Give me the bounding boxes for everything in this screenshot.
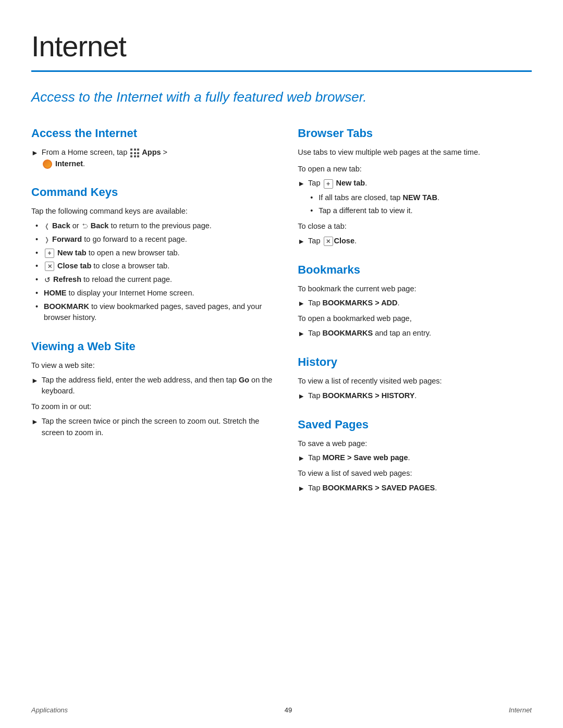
arrow-icon-sp1: ► <box>298 453 305 464</box>
command-keys-list: ❬ Back or ⮌ Back to return to the previo… <box>31 220 277 324</box>
close-x-icon: ✕ <box>45 262 54 271</box>
more-save-label: MORE > Save web page <box>323 453 408 462</box>
right-column: Browser Tabs Use tabs to view multiple w… <box>298 125 532 509</box>
history-step-text: Tap BOOKMARKS > HISTORY. <box>308 390 532 402</box>
browser-tabs-heading: Browser Tabs <box>298 125 532 142</box>
browser-tabs-context2: To close a tab: <box>298 221 532 232</box>
bookmarks-context1: To bookmark the current web page: <box>298 283 532 295</box>
new-tab-label: New tab <box>336 179 365 187</box>
saved-pages-heading: Saved Pages <box>298 416 532 433</box>
saved-pages-step1-text: Tap MORE > Save web page. <box>308 452 532 464</box>
arrow-icon-bm2: ► <box>298 328 305 339</box>
cmd-refresh: ↺ Refresh to reload the current page. <box>35 274 277 286</box>
new-tab-caps: NEW TAB <box>402 193 437 202</box>
back-arrow-label: Back <box>91 221 109 230</box>
arrow-icon-view2: ► <box>31 416 39 427</box>
cmd-bookmark: BOOKMARK to view bookmarked pages, saved… <box>35 301 277 324</box>
apps-icon <box>130 148 139 157</box>
close-tab-icon: ✕ <box>324 237 333 246</box>
bookmarks-label2: BOOKMARKS <box>323 329 373 337</box>
two-column-layout: Access the Internet ► From a Home screen… <box>31 125 532 509</box>
browser-tabs-step1-text: Tap + New tab. <box>308 178 532 189</box>
access-step: ► From a Home screen, tap Apps > <box>31 147 277 170</box>
arrow-icon-sp2: ► <box>298 483 305 494</box>
back-label: Back <box>52 221 70 230</box>
cmd-home: HOME to display your Internet Home scree… <box>35 288 277 299</box>
history-heading: History <box>298 354 532 371</box>
apps-label: Apps <box>142 148 161 156</box>
plus-icon: + <box>45 249 54 258</box>
command-keys-section: Command Keys Tap the following command k… <box>31 184 277 324</box>
arrow-icon-view1: ► <box>31 375 39 386</box>
bookmarks-step2: ► Tap BOOKMARKS and tap an entry. <box>298 328 532 339</box>
access-heading: Access the Internet <box>31 125 277 142</box>
command-keys-intro: Tap the following command keys are avail… <box>31 206 277 217</box>
forward-chevron-icon: ❭ <box>44 235 50 244</box>
footer: Applications 49 Internet <box>0 706 563 715</box>
viewing-heading: Viewing a Web Site <box>31 338 277 355</box>
bookmark-label: BOOKMARK <box>44 302 89 311</box>
arrow-icon-tab2: ► <box>298 236 305 247</box>
browser-tabs-sublist: If all tabs are closed, tap NEW TAB. Tap… <box>298 192 532 217</box>
refresh-label: Refresh <box>53 275 81 283</box>
saved-pages-context2: To view a list of saved web pages: <box>298 468 532 479</box>
browser-tabs-context1: To open a new tab: <box>298 164 532 175</box>
arrow-icon-tab1: ► <box>298 178 305 189</box>
cmd-back: ❬ Back or ⮌ Back to return to the previo… <box>35 220 277 232</box>
saved-pages-section: Saved Pages To save a web page: ► Tap MO… <box>298 416 532 494</box>
footer-page: 49 <box>285 706 292 715</box>
bookmarks-section: Bookmarks To bookmark the current web pa… <box>298 262 532 339</box>
viewing-section: Viewing a Web Site To view a web site: ►… <box>31 338 277 438</box>
refresh-icon: ↺ <box>44 275 51 286</box>
internet-label: Internet <box>55 159 83 168</box>
subtab-item-2: Tap a different tab to view it. <box>310 205 532 217</box>
browser-tabs-step2: ► Tap ✕Close. <box>298 236 532 247</box>
arrow-icon-hist: ► <box>298 391 305 402</box>
browser-tabs-intro: Use tabs to view multiple web pages at t… <box>298 147 532 158</box>
plus-tab-icon: + <box>324 179 333 189</box>
saved-pages-step2: ► Tap BOOKMARKS > SAVED PAGES. <box>298 483 532 494</box>
saved-pages-context1: To save a web page: <box>298 438 532 450</box>
back-arrow-icon: ⮌ <box>82 221 88 231</box>
arrow-icon-bm1: ► <box>298 298 305 309</box>
browser-tabs-section: Browser Tabs Use tabs to view multiple w… <box>298 125 532 247</box>
internet-icon <box>43 159 52 169</box>
viewing-step1-text: Tap the address field, enter the web add… <box>42 375 277 398</box>
access-step-text: From a Home screen, tap Apps > Internet. <box>42 147 277 170</box>
title-divider <box>31 70 532 72</box>
footer-left: Applications <box>31 706 68 715</box>
access-section: Access the Internet ► From a Home screen… <box>31 125 277 169</box>
bookmarks-saved-label: BOOKMARKS > SAVED PAGES <box>323 484 435 492</box>
viewing-step2-text: Tap the screen twice or pinch the screen… <box>42 416 277 439</box>
subtab-item-1: If all tabs are closed, tap NEW TAB. <box>310 192 532 204</box>
cmd-forward: ❭ Forward to go forward to a recent page… <box>35 234 277 245</box>
saved-pages-step1: ► Tap MORE > Save web page. <box>298 452 532 464</box>
history-context: To view a list of recently visited web p… <box>298 376 532 387</box>
apps-dots <box>130 149 140 158</box>
bookmarks-step1-text: Tap BOOKMARKS > ADD. <box>308 298 532 309</box>
newtab-label: New tab <box>57 249 87 257</box>
bookmarks-context2: To open a bookmarked web page, <box>298 313 532 325</box>
history-step: ► Tap BOOKMARKS > HISTORY. <box>298 390 532 402</box>
footer-right: Internet <box>509 706 532 715</box>
viewing-context1: To view a web site: <box>31 360 277 372</box>
cmd-newtab: + New tab to open a new browser tab. <box>35 248 277 259</box>
arrow-icon: ► <box>31 147 39 158</box>
go-label: Go <box>239 376 249 384</box>
history-section: History To view a list of recently visit… <box>298 354 532 402</box>
close-label: Close <box>334 237 355 245</box>
bookmarks-step1: ► Tap BOOKMARKS > ADD. <box>298 298 532 309</box>
history-label: BOOKMARKS > HISTORY <box>323 391 415 400</box>
back-chevron-icon: ❬ <box>44 221 50 231</box>
bookmarks-heading: Bookmarks <box>298 262 532 278</box>
cmd-closetab: ✕ Close tab to close a browser tab. <box>35 261 277 272</box>
home-label: HOME <box>44 289 67 297</box>
bookmarks-add-label: BOOKMARKS > ADD <box>323 299 398 307</box>
viewing-context2: To zoom in or out: <box>31 401 277 413</box>
closetab-label: Close tab <box>57 262 91 270</box>
browser-tabs-step2-text: Tap ✕Close. <box>308 236 532 247</box>
saved-pages-step2-text: Tap BOOKMARKS > SAVED PAGES. <box>308 483 532 494</box>
left-column: Access the Internet ► From a Home screen… <box>31 125 277 509</box>
command-keys-heading: Command Keys <box>31 184 277 201</box>
page-container: Internet Access to the Internet with a f… <box>0 0 563 540</box>
